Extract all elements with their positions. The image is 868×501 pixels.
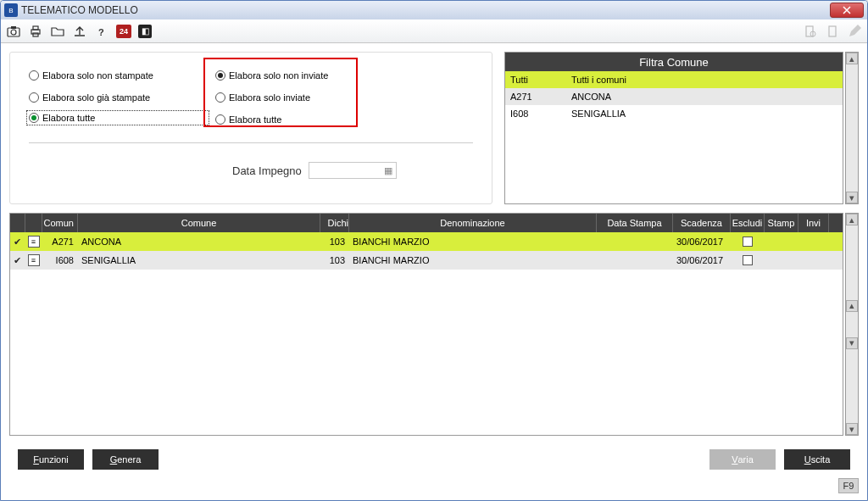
doc-icon xyxy=(825,24,840,39)
filter-scrollbar[interactable]: ▴ ▾ xyxy=(845,52,859,204)
help-icon[interactable]: ? xyxy=(94,24,109,39)
scroll-jump-down-icon[interactable]: ▾ xyxy=(846,337,858,349)
print-filter-group: Elabora solo non stampate Elabora solo g… xyxy=(29,68,207,127)
table-row[interactable]: ✔ ≡ I608 SENIGALLIA 103 BIANCHI MARZIO 3… xyxy=(10,251,843,270)
upload-icon[interactable] xyxy=(72,24,87,39)
filter-header: Filtra Comune xyxy=(505,53,843,71)
scroll-up-icon[interactable]: ▴ xyxy=(846,53,858,64)
data-impegno-input[interactable]: ▦ xyxy=(309,162,397,179)
titlebar: B TELEMATICO MODELLO xyxy=(1,1,867,19)
genera-button[interactable]: Genera xyxy=(92,449,159,470)
app-window: B TELEMATICO MODELLO ? 24 ◧ Elabora solo… xyxy=(0,0,868,501)
radio-non-inviate[interactable]: Elabora solo non inviate xyxy=(215,68,359,83)
badge-24[interactable]: 24 xyxy=(116,25,131,38)
svg-rect-9 xyxy=(829,26,836,36)
window-title: TELEMATICO MODELLO xyxy=(21,4,830,16)
grid-wrap: Comun Comune Dichi Denominazione Data St… xyxy=(9,213,859,436)
check-icon: ✔ xyxy=(14,255,21,266)
doc-lock-icon xyxy=(803,24,818,39)
folder-icon[interactable] xyxy=(50,24,65,39)
radio-non-stampate[interactable]: Elabora solo non stampate xyxy=(29,68,207,83)
footer: Funzioni Genera Varia Uscita xyxy=(9,444,859,475)
funzioni-button[interactable]: Funzioni xyxy=(18,449,84,470)
print-icon[interactable] xyxy=(28,24,43,39)
radio-tutte-stampate[interactable]: Elabora tutte xyxy=(26,110,209,125)
calendar-icon[interactable]: ▦ xyxy=(384,165,392,176)
camera-icon[interactable] xyxy=(6,24,21,39)
scroll-jump-up-icon[interactable]: ▴ xyxy=(846,300,858,312)
scroll-down-icon[interactable]: ▾ xyxy=(846,192,858,203)
svg-rect-2 xyxy=(11,26,16,29)
data-grid: Comun Comune Dichi Denominazione Data St… xyxy=(9,213,843,436)
filter-row-senigallia[interactable]: I608SENIGALLIA xyxy=(505,105,843,122)
grid-header: Comun Comune Dichi Denominazione Data St… xyxy=(10,214,843,232)
pencil-icon xyxy=(847,24,862,39)
options-panel: Elabora solo non stampate Elabora solo g… xyxy=(9,52,492,204)
send-filter-group: Elabora solo non inviate Elabora solo in… xyxy=(215,68,359,127)
app-icon: B xyxy=(4,3,18,17)
f9-hint: F9 xyxy=(838,478,859,493)
check-icon: ✔ xyxy=(14,237,21,248)
scroll-down-icon[interactable]: ▾ xyxy=(846,423,858,435)
varia-button: Varia xyxy=(709,449,776,470)
radio-solo-inviate[interactable]: Elabora solo inviate xyxy=(215,90,359,105)
filter-row-tutti[interactable]: TuttiTutti i comuni xyxy=(505,71,843,88)
data-impegno-label: Data Impegno xyxy=(232,164,302,177)
filter-comune-panel: Filtra Comune TuttiTutti i comuni A271AN… xyxy=(504,52,859,204)
radio-tutte-inviate[interactable]: Elabora tutte xyxy=(215,112,359,127)
radio-gia-stampate[interactable]: Elabora solo già stampate xyxy=(29,90,207,105)
escludi-checkbox[interactable] xyxy=(743,255,753,265)
scroll-up-icon[interactable]: ▴ xyxy=(846,214,858,225)
data-impegno-row: Data Impegno ▦ xyxy=(232,162,473,179)
form-icon[interactable]: ≡ xyxy=(28,254,40,266)
table-row[interactable]: ✔ ≡ A271 ANCONA 103 BIANCHI MARZIO 30/06… xyxy=(10,232,843,251)
escludi-checkbox[interactable] xyxy=(743,237,753,247)
uscita-button[interactable]: Uscita xyxy=(784,449,850,470)
form-icon[interactable]: ≡ xyxy=(28,236,40,248)
filter-row-ancona[interactable]: A271ANCONA xyxy=(505,88,843,105)
svg-rect-4 xyxy=(33,26,38,30)
close-button[interactable] xyxy=(830,3,864,18)
toolbar: ? 24 ◧ xyxy=(1,19,867,43)
upper-row: Elabora solo non stampate Elabora solo g… xyxy=(9,52,859,204)
grid-scrollbar[interactable]: ▴ ▴ ▾ ▾ xyxy=(845,213,859,436)
svg-rect-5 xyxy=(33,33,38,36)
svg-point-1 xyxy=(11,30,16,35)
svg-text:?: ? xyxy=(98,27,104,37)
content-area: Elabora solo non stampate Elabora solo g… xyxy=(1,43,867,478)
dark-tool-icon[interactable]: ◧ xyxy=(138,25,152,38)
